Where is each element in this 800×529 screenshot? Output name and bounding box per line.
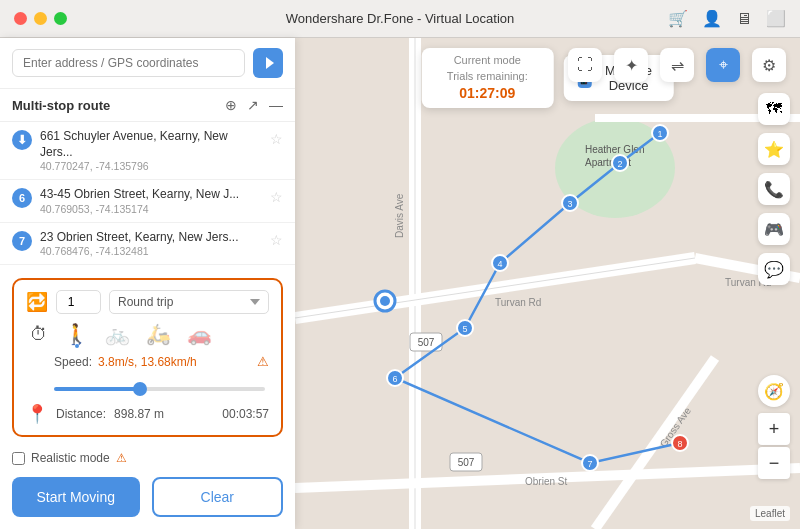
repeat-icon: 🔁 — [26, 291, 48, 313]
leaflet-label: Leaflet — [755, 508, 785, 519]
route-title: Multi-stop route — [12, 98, 110, 113]
route-marker-1: ⬇ — [12, 130, 32, 150]
path-tool-button[interactable]: ⌖ — [706, 48, 740, 82]
svg-text:8: 8 — [677, 439, 682, 449]
maps-icon-button[interactable]: 🗺 — [758, 93, 790, 125]
speed-slider[interactable] — [54, 387, 265, 391]
clear-button[interactable]: Clear — [152, 477, 284, 517]
distance-row: 📍 Distance: 898.87 m 00:03:57 — [26, 403, 269, 425]
import-icon[interactable]: ↗ — [247, 97, 259, 113]
zoom-out-button[interactable]: − — [758, 447, 790, 479]
main-layout: Multi-stop route ⊕ ↗ — ⬇ 661 Schuyler Av… — [0, 38, 800, 529]
sidebar: Multi-stop route ⊕ ↗ — ⬇ 661 Schuyler Av… — [0, 38, 295, 529]
collapse-icon[interactable]: — — [269, 97, 283, 113]
star-icon-2[interactable]: ☆ — [270, 189, 283, 205]
settings-tool-button[interactable]: ⚙ — [752, 48, 786, 82]
route-item[interactable]: 8 Turvan Road, Kearny, New Jersey O... 4… — [0, 265, 295, 270]
map-area[interactable]: Heather Glen Apartment Davis Ave Turvan … — [295, 38, 800, 529]
zoom-in-button[interactable]: + — [758, 413, 790, 445]
layout-icon[interactable]: ⬜ — [766, 9, 786, 28]
star-icon-3[interactable]: ☆ — [270, 232, 283, 248]
speed-label: Speed: — [54, 355, 92, 369]
svg-text:Obrien St: Obrien St — [525, 476, 567, 487]
route-marker-3: 7 — [12, 231, 32, 251]
route-marker-2: 6 — [12, 188, 32, 208]
monitor-icon[interactable]: 🖥 — [736, 10, 752, 28]
user-icon[interactable]: 👤 — [702, 9, 722, 28]
zoom-controls: 🧭 + − — [758, 375, 790, 479]
scooter-option[interactable]: 🛵 — [146, 322, 171, 346]
route-item-name-3: 23 Obrien Street, Kearny, New Jers... — [40, 230, 262, 246]
distance-value: 898.87 m — [114, 407, 164, 421]
map-side-icons: 🗺 ⭐ 📞 🎮 💬 — [758, 93, 790, 285]
svg-text:Turvan Rd: Turvan Rd — [495, 297, 541, 308]
leaflet-attribution: Leaflet — [750, 506, 790, 521]
speed-row: Speed: 3.8m/s, 13.68km/h ⚠ — [26, 354, 269, 369]
route-item[interactable]: 7 23 Obrien Street, Kearny, New Jers... … — [0, 223, 295, 266]
distance-label: Distance: — [56, 407, 106, 421]
svg-text:2: 2 — [617, 159, 622, 169]
window-title: Wondershare Dr.Fone - Virtual Location — [286, 11, 515, 26]
speed-value: 3.8m/s, 13.68km/h — [98, 355, 197, 369]
route-item-name-2: 43-45 Obrien Street, Kearny, New J... — [40, 187, 262, 203]
cart-icon[interactable]: 🛒 — [668, 9, 688, 28]
car-option[interactable]: 🚗 — [187, 322, 212, 346]
maximize-button[interactable] — [54, 12, 67, 25]
route-tool-button[interactable]: ⇌ — [660, 48, 694, 82]
bike-option[interactable]: 🚲 — [105, 322, 130, 346]
action-buttons: Start Moving Clear — [0, 469, 295, 529]
start-moving-button[interactable]: Start Moving — [12, 477, 140, 517]
svg-text:1: 1 — [657, 129, 662, 139]
realistic-mode-label: Realistic mode — [31, 451, 110, 465]
repeat-count-input[interactable] — [56, 290, 101, 314]
star-icon-button[interactable]: ⭐ — [758, 133, 790, 165]
search-button[interactable] — [253, 48, 283, 78]
route-item[interactable]: ⬇ 661 Schuyler Avenue, Kearny, New Jers.… — [0, 122, 295, 180]
phone-icon-button[interactable]: 📞 — [758, 173, 790, 205]
distance-icon: 📍 — [26, 403, 48, 425]
add-route-icon[interactable]: ⊕ — [225, 97, 237, 113]
search-input[interactable] — [12, 49, 245, 77]
chat-icon-button[interactable]: 💬 — [758, 253, 790, 285]
search-bar — [0, 38, 295, 89]
fullscreen-tool-button[interactable]: ⛶ — [568, 48, 602, 82]
route-item[interactable]: 6 43-45 Obrien Street, Kearny, New J... … — [0, 180, 295, 223]
minimize-button[interactable] — [34, 12, 47, 25]
svg-text:6: 6 — [392, 374, 397, 384]
star-icon-1[interactable]: ☆ — [270, 131, 283, 147]
speed-slider-container — [26, 377, 269, 395]
traffic-lights — [14, 12, 67, 25]
svg-text:4: 4 — [497, 259, 502, 269]
title-bar-icons: 🛒 👤 🖥 ⬜ — [668, 9, 786, 28]
game-icon-button[interactable]: 🎮 — [758, 213, 790, 245]
route-item-coords-3: 40.768476, -74.132481 — [40, 245, 262, 257]
warning-icon[interactable]: ⚠ — [257, 354, 269, 369]
svg-text:Davis Ave: Davis Ave — [394, 193, 405, 238]
mode-timer: 01:27:09 — [459, 85, 515, 101]
route-item-coords-2: 40.769053, -74.135174 — [40, 203, 262, 215]
realistic-mode-row: Realistic mode ⚠ — [0, 445, 295, 469]
compass-button[interactable]: 🧭 — [758, 375, 790, 407]
route-item-text-1: 661 Schuyler Avenue, Kearny, New Jers...… — [40, 129, 262, 172]
speedometer-icon: ⏱ — [30, 324, 48, 345]
realistic-info-icon[interactable]: ⚠ — [116, 451, 127, 465]
title-bar: Wondershare Dr.Fone - Virtual Location 🛒… — [0, 0, 800, 38]
time-value: 00:03:57 — [222, 407, 269, 421]
settings-panel: 🔁 Round trip ⏱ 🚶 🚲 🛵 🚗 Speed: 3.8m/s, 13… — [12, 278, 283, 437]
scatter-tool-button[interactable]: ✦ — [614, 48, 648, 82]
trials-remaining-label: Trials remaining: — [447, 70, 528, 82]
route-item-name-1: 661 Schuyler Avenue, Kearny, New Jers... — [40, 129, 262, 160]
route-item-text-3: 23 Obrien Street, Kearny, New Jers... 40… — [40, 230, 262, 258]
svg-text:7: 7 — [587, 459, 592, 469]
mode-box: Current mode Trials remaining: 01:27:09 — [421, 48, 553, 108]
route-header-actions: ⊕ ↗ — — [225, 97, 283, 113]
walk-option[interactable]: 🚶 — [64, 322, 89, 346]
close-button[interactable] — [14, 12, 27, 25]
trip-type-select[interactable]: Round trip — [109, 290, 269, 314]
svg-text:Heather Glen: Heather Glen — [585, 144, 644, 155]
svg-text:507: 507 — [418, 337, 435, 348]
svg-text:3: 3 — [567, 199, 572, 209]
route-list: ⬇ 661 Schuyler Avenue, Kearny, New Jers.… — [0, 122, 295, 270]
route-item-text-2: 43-45 Obrien Street, Kearny, New J... 40… — [40, 187, 262, 215]
realistic-mode-checkbox[interactable] — [12, 452, 25, 465]
